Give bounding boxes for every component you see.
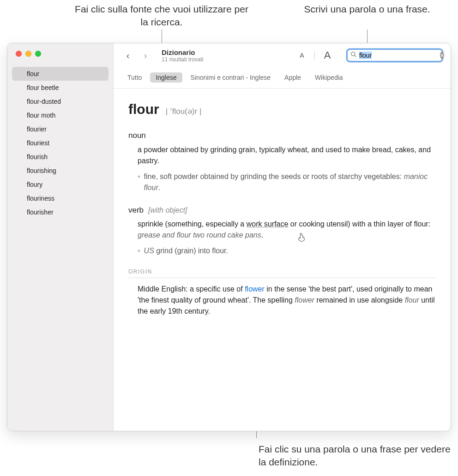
source-tabs: Tutto Inglese Sinonimi e contrari - Ingl… bbox=[114, 68, 451, 89]
noun-definition-block: a powder obtained by grinding grain, typ… bbox=[128, 144, 436, 193]
large-a-icon: A bbox=[324, 49, 331, 61]
noun-definition[interactable]: a powder obtained by grinding grain, typ… bbox=[138, 144, 436, 167]
origin-label: ORIGIN bbox=[128, 268, 436, 278]
sidebar-item-result[interactable]: floury bbox=[7, 178, 113, 191]
sidebar-item-result[interactable]: flourishing bbox=[7, 164, 113, 178]
tab-all[interactable]: Tutto bbox=[122, 72, 147, 83]
pos-verb-row: verb [with object] bbox=[128, 204, 436, 216]
sidebar-item-result[interactable]: flouriness bbox=[7, 191, 113, 205]
pos-noun-label: noun bbox=[128, 130, 146, 142]
search-input[interactable] bbox=[359, 52, 440, 59]
noun-sub-text[interactable]: fine, soft powder obtained by grinding t… bbox=[144, 171, 436, 193]
tab-wikipedia[interactable]: Wikipedia bbox=[309, 72, 349, 83]
window-title: Dizionario bbox=[162, 48, 204, 56]
sidebar: flour flour beetle flour-dusted flour mo… bbox=[7, 43, 114, 431]
sidebar-item-result[interactable]: flouriest bbox=[7, 136, 113, 150]
pos-verb-note: [with object] bbox=[148, 205, 187, 216]
small-a-icon: A bbox=[300, 52, 304, 59]
region-us: US bbox=[144, 247, 154, 255]
tab-english[interactable]: Inglese bbox=[150, 72, 182, 83]
sidebar-item-result[interactable]: flour bbox=[12, 67, 108, 81]
minimize-window-button[interactable] bbox=[25, 51, 31, 57]
sidebar-item-result[interactable]: flour moth bbox=[7, 108, 113, 122]
tab-apple[interactable]: Apple bbox=[279, 72, 307, 83]
clear-search-button[interactable]: ✕ bbox=[440, 52, 444, 59]
bullet-icon: • bbox=[138, 171, 140, 193]
noun-sub-body: fine, soft powder obtained by grinding t… bbox=[144, 173, 402, 180]
chevron-left-icon: ‹ bbox=[127, 50, 130, 61]
main-area: ‹ › Dizionario 11 risultati trovati A A bbox=[114, 43, 451, 431]
linked-word-work-surface[interactable]: work surface bbox=[247, 220, 289, 228]
search-icon bbox=[350, 51, 357, 60]
back-button[interactable]: ‹ bbox=[121, 48, 135, 62]
callout-word: Fai clic su una parola o una frase per v… bbox=[259, 443, 452, 469]
verb-sub-text[interactable]: US grind (grain) into flour. bbox=[144, 245, 228, 256]
headword-row: flour | ˈflou(ə)r | bbox=[128, 99, 436, 119]
period: . bbox=[261, 231, 263, 239]
forward-button[interactable]: › bbox=[139, 48, 152, 62]
search-box[interactable]: ✕ bbox=[346, 48, 443, 62]
definition-content: flour | ˈflou(ə)r | noun a powder obtain… bbox=[114, 89, 451, 431]
window-subtitle: 11 risultati trovati bbox=[162, 56, 204, 63]
x-icon: ✕ bbox=[440, 52, 444, 59]
origin-em2: flour bbox=[405, 296, 419, 304]
verb-definition-block: sprinkle (something, especially a work s… bbox=[128, 219, 436, 256]
window-controls bbox=[7, 43, 113, 62]
increase-font-button[interactable]: A bbox=[319, 48, 335, 62]
chevron-right-icon: › bbox=[144, 50, 147, 61]
toolbar: ‹ › Dizionario 11 risultati trovati A A bbox=[114, 43, 451, 68]
pronunciation: | ˈflou(ə)r | bbox=[166, 106, 202, 118]
origin-text[interactable]: Middle English: a specific use of flower… bbox=[128, 284, 436, 317]
verb-sub-definition: • US grind (grain) into flour. bbox=[138, 245, 436, 256]
sidebar-item-result[interactable]: flour beetle bbox=[7, 81, 113, 95]
sidebar-item-result[interactable]: flourier bbox=[7, 122, 113, 136]
sidebar-item-result[interactable]: flourisher bbox=[7, 205, 113, 219]
noun-sub-definition: • fine, soft powder obtained by grinding… bbox=[138, 171, 436, 193]
period: . bbox=[158, 184, 160, 191]
title-group: Dizionario 11 risultati trovati bbox=[162, 48, 204, 63]
linked-word-flower[interactable]: flower bbox=[245, 285, 265, 293]
verb-def-post: or cooking utensil) with a thin layer of… bbox=[288, 220, 430, 228]
close-window-button[interactable] bbox=[16, 51, 22, 57]
bullet-icon: • bbox=[138, 245, 140, 256]
toolbar-divider bbox=[314, 51, 315, 60]
decrease-font-button[interactable]: A bbox=[294, 48, 310, 62]
verb-sub-body: grind (grain) into flour. bbox=[156, 247, 228, 255]
sidebar-item-result[interactable]: flour-dusted bbox=[7, 95, 113, 108]
callout-search: Scrivi una parola o una frase. bbox=[300, 3, 434, 16]
verb-def-pre: sprinkle (something, especially a bbox=[138, 220, 247, 228]
origin-em1: flower bbox=[295, 296, 314, 304]
dictionary-window: flour flour beetle flour-dusted flour mo… bbox=[7, 43, 451, 431]
origin-mid2: remained in use alongside bbox=[314, 296, 405, 304]
verb-definition[interactable]: sprinkle (something, especially a work s… bbox=[138, 219, 436, 241]
pos-verb-label: verb bbox=[128, 204, 144, 216]
origin-pre: Middle English: a specific use of bbox=[138, 285, 245, 293]
maximize-window-button[interactable] bbox=[35, 51, 41, 57]
pos-noun-row: noun bbox=[128, 130, 436, 142]
sidebar-item-result[interactable]: flourish bbox=[7, 150, 113, 164]
tab-thesaurus[interactable]: Sinonimi e contrari - Inglese bbox=[185, 72, 277, 83]
callout-source: Fai clic sulla fonte che vuoi utilizzare… bbox=[74, 3, 249, 29]
results-list: flour flour beetle flour-dusted flour mo… bbox=[7, 62, 113, 219]
headword: flour bbox=[128, 99, 159, 119]
svg-line-1 bbox=[355, 55, 356, 57]
svg-point-0 bbox=[351, 52, 355, 56]
verb-example: grease and flour two round cake pans bbox=[138, 231, 261, 239]
